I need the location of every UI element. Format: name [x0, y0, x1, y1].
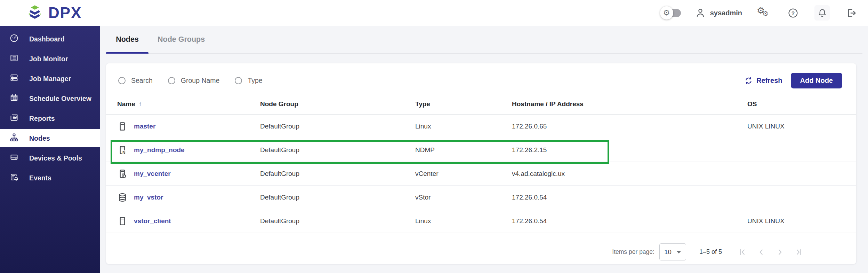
items-per-page-value: 10: [664, 248, 672, 256]
node-name-link[interactable]: master: [134, 123, 155, 130]
node-name-link[interactable]: my_ndmp_node: [134, 146, 185, 154]
next-page-button[interactable]: [771, 243, 789, 262]
table-row-vstor-client[interactable]: vstor_clientDefaultGroupLinux172.26.0.54…: [106, 209, 856, 233]
column-header-name[interactable]: Name↑: [117, 100, 260, 108]
sidebar-item-label: Dashboard: [29, 35, 65, 43]
schedule-overview-icon: [9, 93, 19, 104]
sidebar-item-label: Job Monitor: [29, 55, 68, 63]
first-page-button[interactable]: [733, 243, 752, 262]
ndmp-node-icon: N: [117, 145, 128, 155]
name-cell: my_vcenter: [117, 169, 260, 179]
sidebar: DashboardJob MonitorJob ManagerSchedule …: [0, 26, 100, 273]
radio-type[interactable]: Type: [235, 77, 262, 85]
chevron-right-icon: [775, 248, 785, 257]
radio-circle-icon: [118, 77, 126, 84]
user-icon: [695, 7, 706, 18]
pager-buttons: [733, 243, 808, 262]
paginator: Items per page: 10 1–5 of 5: [106, 240, 856, 264]
hostname-cell: 172.26.0.54: [512, 194, 747, 201]
page-range-label: 1–5 of 5: [699, 248, 722, 256]
help-button[interactable]: ?: [785, 5, 801, 21]
main-content: NodesNode Groups SearchGroup NameType Re…: [100, 26, 868, 273]
toolbar-actions: Refresh Add Node: [744, 73, 842, 88]
radio-label: Type: [248, 77, 262, 85]
os-cell: UNIX LINUX: [747, 217, 856, 225]
type-cell: Linux: [415, 123, 512, 130]
last-page-button[interactable]: [789, 243, 808, 262]
filter-radios: SearchGroup NameType: [118, 77, 263, 85]
server-node-icon: [117, 216, 128, 226]
nodes-table: Name↑Node GroupTypeHostname / IP Address…: [106, 94, 856, 233]
column-header-node-group[interactable]: Node Group: [260, 100, 415, 108]
radio-label: Group Name: [181, 77, 220, 85]
refresh-icon: [744, 76, 753, 85]
table-toolbar: SearchGroup NameType Refresh Add Node: [106, 63, 856, 94]
bell-icon: [817, 8, 828, 18]
table-header-row: Name↑Node GroupTypeHostname / IP Address…: [106, 94, 856, 115]
dpx-logo-icon: [26, 4, 43, 22]
name-cell: Nmy_ndmp_node: [117, 145, 260, 155]
app-window: DPX ⚙ sysadmin ⚙⚙ ?: [0, 0, 868, 273]
vcenter-node-icon: [117, 169, 128, 179]
tab-node-groups[interactable]: Node Groups: [148, 26, 214, 53]
sidebar-item-devices-pools[interactable]: Devices & Pools: [0, 149, 100, 167]
add-node-button[interactable]: Add Node: [791, 73, 842, 88]
table-row-master[interactable]: masterDefaultGroupLinux172.26.0.65UNIX L…: [106, 115, 856, 138]
hostname-cell: 172.26.0.54: [512, 217, 747, 225]
job-manager-icon: [9, 73, 19, 84]
sidebar-item-events[interactable]: Events: [0, 169, 100, 187]
column-header-hostname-ip-address[interactable]: Hostname / IP Address: [512, 100, 747, 108]
column-header-type[interactable]: Type: [415, 100, 512, 108]
node-group-cell: DefaultGroup: [260, 123, 415, 130]
gears-icon: ⚙⚙: [757, 7, 771, 19]
refresh-button[interactable]: Refresh: [744, 76, 782, 85]
first-page-icon: [738, 248, 747, 257]
previous-page-button[interactable]: [752, 243, 771, 262]
radio-label: Search: [131, 77, 153, 85]
sidebar-item-nodes[interactable]: Nodes: [0, 129, 100, 147]
sidebar-item-job-monitor[interactable]: Job Monitor: [0, 50, 100, 68]
radio-group-name[interactable]: Group Name: [168, 77, 220, 85]
sidebar-item-schedule-overview[interactable]: Schedule Overview: [0, 89, 100, 108]
logout-button[interactable]: [844, 5, 859, 21]
sidebar-item-label: Reports: [29, 115, 55, 123]
services-button[interactable]: ⚙⚙: [756, 5, 771, 21]
chevron-left-icon: [757, 248, 766, 257]
radio-search[interactable]: Search: [118, 77, 153, 85]
sidebar-item-label: Devices & Pools: [29, 154, 82, 162]
notifications-button[interactable]: [814, 5, 830, 21]
items-per-page-label: Items per page:: [612, 248, 654, 256]
user-menu[interactable]: sysadmin: [695, 7, 742, 18]
tab-nodes[interactable]: Nodes: [106, 26, 148, 53]
logout-icon: [846, 8, 857, 18]
nodes-icon: [9, 133, 19, 144]
sidebar-item-reports[interactable]: Reports: [0, 109, 100, 127]
table-row-my-vstor[interactable]: my_vstorDefaultGroupvStor172.26.0.54: [106, 186, 856, 209]
radio-circle-icon: [235, 77, 242, 84]
radio-circle-icon: [168, 77, 175, 84]
node-name-link[interactable]: my_vstor: [134, 194, 163, 201]
theme-toggle[interactable]: ⚙: [660, 7, 681, 19]
server-node-icon: [117, 121, 128, 132]
type-cell: vStor: [415, 194, 512, 201]
node-name-link[interactable]: my_vcenter: [134, 170, 171, 178]
logo-text: DPX: [48, 4, 82, 22]
reports-icon: [9, 113, 19, 124]
node-name-link[interactable]: vstor_client: [134, 217, 171, 225]
dashboard-icon: [9, 33, 19, 45]
help-icon: ?: [788, 8, 798, 18]
items-per-page-select[interactable]: 10: [659, 243, 686, 260]
nodes-panel: SearchGroup NameType Refresh Add Node: [106, 63, 856, 264]
table-row-my-ndmp-node[interactable]: Nmy_ndmp_nodeDefaultGroupNDMP172.26.2.15: [106, 138, 856, 162]
job-monitor-icon: [9, 53, 19, 64]
type-cell: Linux: [415, 217, 512, 225]
column-header-os[interactable]: OS: [747, 100, 856, 108]
table-row-my-vcenter[interactable]: my_vcenterDefaultGroupvCenterv4.ad.catal…: [106, 162, 856, 186]
sidebar-item-dashboard[interactable]: Dashboard: [0, 30, 100, 48]
sidebar-item-job-manager[interactable]: Job Manager: [0, 70, 100, 88]
node-group-cell: DefaultGroup: [260, 194, 415, 201]
hostname-cell: v4.ad.catalogic.ux: [512, 170, 747, 178]
type-cell: vCenter: [415, 170, 512, 178]
hostname-cell: 172.26.0.65: [512, 123, 747, 130]
name-cell: master: [117, 121, 260, 132]
